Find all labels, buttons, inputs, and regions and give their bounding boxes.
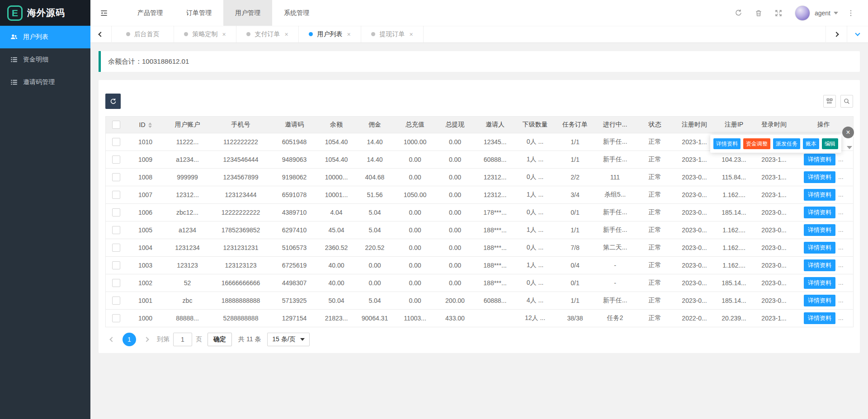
more-actions[interactable]: ...	[838, 314, 844, 321]
tab-label: 后台首页	[134, 30, 160, 38]
refresh-table-button[interactable]	[105, 94, 121, 109]
tab-user-list[interactable]: 用户列表 ×	[299, 26, 361, 42]
row-checkbox[interactable]	[112, 314, 120, 322]
confirm-button[interactable]: 确定	[208, 333, 232, 346]
cell-account: 12312...	[164, 186, 211, 204]
more-actions[interactable]: ...	[838, 226, 844, 233]
cell-reg_time: 2023-1...	[675, 151, 714, 169]
more-dots-icon[interactable]	[841, 0, 861, 26]
nav-item-products[interactable]: 产品管理	[126, 0, 175, 26]
next-page-icon[interactable]	[140, 333, 153, 346]
column-header-id[interactable]: ID	[127, 117, 164, 133]
balance-summary-label: 余额合计：	[108, 57, 142, 65]
tab-label: 提现订单	[379, 30, 405, 38]
detail-button[interactable]: 详情资料	[804, 259, 835, 271]
search-icon[interactable]	[840, 95, 853, 108]
tabs-scroll-left-icon[interactable]	[90, 26, 112, 43]
cell-balance: 45.04	[318, 221, 355, 239]
cell-login_time: 2023-1...	[754, 310, 794, 327]
detail-button[interactable]: 详情资料	[804, 295, 835, 306]
more-actions[interactable]: ...	[838, 244, 844, 251]
nav-item-orders[interactable]: 订单管理	[175, 0, 223, 26]
ledger-button[interactable]: 账本	[803, 138, 819, 149]
cell-inviter: 12312...	[475, 186, 515, 204]
sidebar-fold-icon[interactable]	[90, 0, 118, 26]
tab-pay-orders[interactable]: 支付订单 ×	[236, 26, 299, 42]
page-number[interactable]: 1	[123, 333, 136, 346]
detail-button[interactable]: 详情资料	[804, 242, 835, 254]
detail-button[interactable]: 详情资料	[804, 171, 835, 183]
columns-filter-icon[interactable]	[823, 95, 836, 108]
detail-button[interactable]: 详情资料	[804, 224, 835, 236]
detail-button[interactable]: 详情资料	[804, 312, 835, 324]
user-name: agent	[815, 9, 830, 17]
tab-close-icon[interactable]: ×	[222, 31, 226, 38]
detail-button[interactable]: 详情资料	[804, 207, 835, 218]
tabs-menu-icon[interactable]	[847, 26, 868, 43]
cell-subs: 0人 ...	[515, 169, 555, 186]
detail-button[interactable]: 详情资料	[713, 138, 741, 149]
funds-adjust-button[interactable]: 资金调整	[743, 138, 770, 149]
tab-withdraw-orders[interactable]: 提现订单 ×	[361, 26, 424, 42]
row-checkbox[interactable]	[112, 244, 120, 252]
cell-reg_time: 2023-0...	[675, 274, 714, 292]
sidebar-item-invite-code[interactable]: 邀请码管理	[0, 71, 90, 94]
row-checkbox[interactable]	[112, 191, 120, 199]
prev-page-icon[interactable]	[105, 333, 119, 346]
row-checkbox[interactable]	[112, 155, 120, 164]
row-checkbox[interactable]	[112, 138, 120, 146]
row-checkbox[interactable]	[112, 208, 120, 217]
row-checkbox[interactable]	[112, 297, 120, 305]
more-actions[interactable]: ...	[838, 208, 844, 216]
cell-reg_ip: 185.14...	[714, 204, 754, 221]
cell-balance: 1054.40	[318, 151, 355, 169]
page-size-select[interactable]: 15 条/页	[267, 333, 309, 346]
nav-item-users[interactable]: 用户管理	[223, 0, 272, 26]
row-checkbox[interactable]	[112, 261, 120, 269]
more-actions[interactable]: ...	[838, 297, 844, 304]
dropdown-caret-icon[interactable]	[847, 146, 852, 149]
cell-withdraw: 0.00	[435, 169, 475, 186]
cell-recharge: 11003...	[395, 310, 435, 327]
tab-close-icon[interactable]: ×	[284, 31, 288, 38]
page-size-value: 15 条/页	[272, 335, 295, 344]
tab-strategy[interactable]: 策略定制 ×	[174, 26, 236, 42]
tabs-scroll-right-icon[interactable]	[826, 26, 847, 43]
row-checkbox[interactable]	[112, 173, 120, 181]
edit-button[interactable]: 编辑	[822, 138, 838, 149]
nav-item-system[interactable]: 系统管理	[272, 0, 321, 26]
detail-button[interactable]: 详情资料	[804, 154, 835, 165]
cell-recharge: 1000.00	[395, 133, 435, 151]
cell-withdraw: 0.00	[435, 221, 475, 239]
cell-subs: 0人 ...	[515, 133, 555, 151]
more-actions[interactable]: ...	[838, 191, 844, 198]
detail-button[interactable]: 详情资料	[804, 277, 835, 289]
fullscreen-icon[interactable]	[769, 0, 788, 26]
more-actions[interactable]: ...	[838, 173, 844, 180]
sidebar-item-user-list[interactable]: 用户列表	[0, 26, 90, 48]
table-body: 101011222...112222222260519481054.4014.4…	[106, 133, 854, 327]
tab-close-icon[interactable]: ×	[409, 31, 413, 38]
sort-icon[interactable]	[148, 122, 152, 128]
goto-page-input[interactable]	[173, 333, 192, 346]
cell-progress: 新手任...	[595, 133, 635, 151]
tab-close-icon[interactable]: ×	[347, 31, 350, 38]
sidebar-item-funds-detail[interactable]: 资金明细	[0, 48, 90, 71]
row-checkbox[interactable]	[112, 279, 120, 287]
more-actions[interactable]: ...	[838, 155, 844, 163]
dispatch-task-button[interactable]: 派发任务	[773, 138, 800, 149]
tab-dashboard[interactable]: 后台首页	[112, 26, 174, 42]
refresh-icon[interactable]	[729, 0, 749, 26]
brand-name: 海外源码	[27, 7, 65, 19]
user-menu[interactable]: agent	[815, 9, 838, 17]
select-all-checkbox[interactable]	[112, 121, 120, 129]
cell-login_time: 2023-1...	[754, 151, 794, 169]
column-header-status: 状态	[635, 117, 675, 133]
more-actions[interactable]: ...	[838, 261, 844, 268]
close-icon[interactable]: ×	[842, 127, 854, 138]
user-avatar[interactable]	[795, 5, 810, 21]
trash-icon[interactable]	[749, 0, 769, 26]
row-checkbox[interactable]	[112, 226, 120, 234]
detail-button[interactable]: 详情资料	[804, 189, 835, 201]
more-actions[interactable]: ...	[838, 279, 844, 286]
